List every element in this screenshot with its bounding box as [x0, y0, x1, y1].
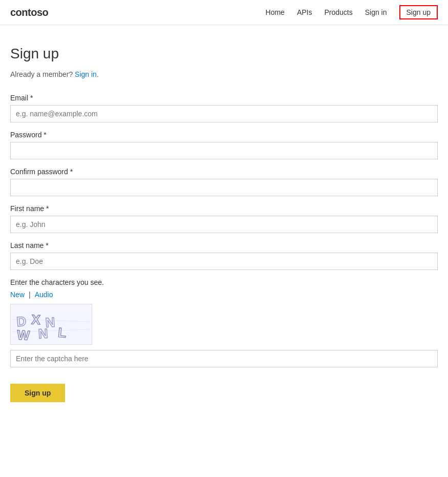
email-group: Email * [10, 94, 438, 122]
confirm-password-label: Confirm password * [10, 168, 438, 176]
first-name-label: First name * [10, 204, 438, 213]
confirm-password-group: Confirm password * [10, 168, 438, 196]
first-name-input[interactable] [10, 216, 438, 233]
captcha-input[interactable] [10, 350, 438, 367]
captcha-instruction: Enter the characters you see. [10, 278, 438, 286]
captcha-group: Enter the characters you see. New | Audi… [10, 278, 438, 367]
main-content: Sign up Already a member? Sign in. Email… [0, 25, 448, 433]
svg-text:X: X [31, 312, 41, 327]
signup-form: Email * Password * Confirm password * Fi… [10, 94, 438, 402]
svg-text:N: N [38, 326, 48, 342]
email-label: Email * [10, 94, 438, 102]
password-group: Password * [10, 131, 438, 159]
password-label: Password * [10, 131, 438, 139]
last-name-group: Last name * [10, 241, 438, 270]
svg-text:L: L [57, 325, 67, 341]
nav-signup[interactable]: Sign up [399, 5, 438, 19]
page-title: Sign up [10, 46, 438, 62]
signin-link[interactable]: Sign in [75, 70, 97, 78]
captcha-audio-link[interactable]: Audio [35, 291, 53, 299]
nav-home[interactable]: Home [266, 8, 285, 16]
confirm-password-input[interactable] [10, 179, 438, 196]
last-name-input[interactable] [10, 253, 438, 270]
captcha-separator: | [29, 291, 31, 299]
already-member-text: Already a member? Sign in. [10, 70, 438, 78]
nav-products[interactable]: Products [324, 8, 352, 16]
svg-text:W: W [16, 327, 30, 342]
captcha-image: D X N W N L [10, 304, 92, 345]
nav-apis[interactable]: APIs [297, 8, 312, 16]
last-name-label: Last name * [10, 241, 438, 250]
signup-button[interactable]: Sign up [10, 384, 65, 402]
email-input[interactable] [10, 105, 438, 122]
main-nav: Home APIs Products Sign in Sign up [266, 5, 438, 19]
site-logo: contoso [10, 7, 48, 18]
nav-signin[interactable]: Sign in [365, 8, 387, 16]
site-header: contoso Home APIs Products Sign in Sign … [0, 0, 448, 25]
captcha-new-link[interactable]: New [10, 291, 25, 299]
first-name-group: First name * [10, 204, 438, 233]
password-input[interactable] [10, 142, 438, 159]
captcha-links: New | Audio [10, 291, 438, 299]
